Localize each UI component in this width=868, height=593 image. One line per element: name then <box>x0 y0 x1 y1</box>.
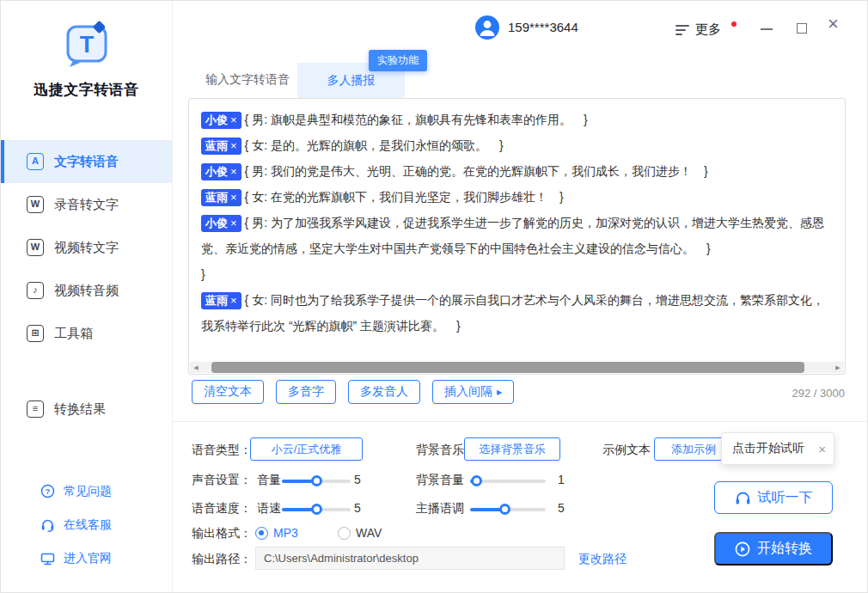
question-circle-icon: ? <box>40 484 55 498</box>
scroll-right-icon[interactable]: ▶ <box>832 362 844 373</box>
convert-button[interactable]: 开始转换 <box>714 532 833 565</box>
remove-speaker-icon[interactable]: × <box>230 113 237 126</box>
button-label: 开始转换 <box>757 540 812 558</box>
dialogue-entry: 小俊×{ 男: 为了加强我系学风建设，促进我系学生进一步了解党的历史，加深对党的… <box>201 210 833 261</box>
remove-speaker-icon[interactable]: × <box>230 139 237 152</box>
change-path-link[interactable]: 更改路径 <box>578 552 627 567</box>
clear-text-button[interactable]: 清空文本 <box>192 380 264 404</box>
polyphonic-button[interactable]: 多音字 <box>276 380 336 404</box>
text-to-speech-icon: A <box>27 153 44 170</box>
sidebar-item-video-to-audio[interactable]: ♪ 视频转音频 <box>1 269 172 312</box>
sidebar-item-text-to-speech[interactable]: A 文字转语音 <box>1 140 172 183</box>
output-path-label: 输出路径： <box>192 552 252 567</box>
tab-text-to-speech[interactable]: 输入文字转语音 <box>205 72 290 88</box>
horizontal-scrollbar[interactable]: ◀ ▶ <box>190 362 844 373</box>
results-icon: ≡ <box>27 400 44 418</box>
speed-section-label: 语音速度： <box>192 501 252 517</box>
slider-knob[interactable] <box>311 504 322 515</box>
dialogue-text: { 男: 我们的党是伟大、光明、正确的党。在党的光辉旗帜下，我们成长，我们进步！… <box>245 164 708 178</box>
speaker-tag: 小俊× <box>201 215 241 232</box>
dialogue-text: { 女: 同时也为了给我系学子提供一个的展示自我口才艺术与个人风采的舞台，增进思… <box>201 293 824 333</box>
logo-icon: T <box>62 20 112 70</box>
insert-gap-button[interactable]: 插入间隔▶ <box>432 380 514 404</box>
char-counter: 292 / 3000 <box>792 387 845 400</box>
slider-knob[interactable] <box>471 475 482 486</box>
user-avatar[interactable] <box>475 15 499 40</box>
audio-to-text-icon: W <box>27 196 44 213</box>
tooltip-text: 点击开始试听 <box>732 441 804 456</box>
sidebar-item-label: 常见问题 <box>64 484 112 499</box>
close-button[interactable]: × <box>828 15 839 34</box>
bgm-select-button[interactable]: 选择背景音乐 <box>464 437 560 461</box>
remove-speaker-icon[interactable]: × <box>230 294 237 307</box>
tone-slider[interactable] <box>470 508 546 511</box>
volume-slider[interactable] <box>282 480 351 483</box>
video-to-text-icon: W <box>27 239 44 256</box>
sidebar-item-label: 转换结果 <box>54 401 106 418</box>
speaker-name: 小俊 <box>205 217 228 229</box>
output-path-field[interactable]: C:\Users\Administrator\desktop <box>255 547 565 570</box>
speaker-tag: 蓝雨× <box>201 189 241 206</box>
mp3-label[interactable]: MP3 <box>273 526 298 540</box>
slider-knob[interactable] <box>499 504 510 515</box>
sidebar-item-audio-to-text[interactable]: W 录音转文字 <box>1 183 172 226</box>
headphones-icon <box>735 491 751 505</box>
volume-label: 音量 <box>257 473 281 488</box>
listen-tooltip: 点击开始试听 × <box>721 432 834 465</box>
sidebar-item-label: 视频转音频 <box>54 283 119 299</box>
remove-speaker-icon[interactable]: × <box>230 217 237 229</box>
sidebar-menu: A 文字转语音 W 录音转文字 W 视频转文字 ♪ 视频转音频 ⊞ 工具箱 ≡ … <box>1 140 172 431</box>
more-menu-label: 更多 <box>695 21 721 38</box>
voice-type-button[interactable]: 小云/正式优雅 <box>250 437 363 461</box>
bg-volume-slider[interactable] <box>470 480 546 483</box>
remove-speaker-icon[interactable]: × <box>230 165 237 178</box>
speaker-name: 小俊 <box>205 113 228 126</box>
sound-settings-label: 声音设置： <box>192 473 252 488</box>
multi-voice-button[interactable]: 多发音人 <box>348 380 420 404</box>
speed-slider[interactable] <box>282 508 351 511</box>
minimize-button[interactable] <box>761 28 773 30</box>
sidebar-item-faq[interactable]: ? 常见问题 <box>1 474 172 508</box>
dialogue-text: { 男: 为了加强我系学风建设，促进我系学生进一步了解党的历史，加深对党的认识，… <box>201 216 824 255</box>
button-label: 清空文本 <box>204 384 252 400</box>
headset-icon <box>40 518 55 532</box>
scrollbar-thumb[interactable] <box>211 362 804 373</box>
more-menu-icon <box>675 22 689 38</box>
speed-label: 语速 <box>257 501 281 517</box>
speaker-tag: 小俊× <box>201 112 241 129</box>
submenu-arrow-icon: ▶ <box>497 388 502 396</box>
preview-button[interactable]: 试听一下 <box>714 481 833 514</box>
sidebar-item-toolbox[interactable]: ⊞ 工具箱 <box>1 312 172 355</box>
sidebar-item-results[interactable]: ≡ 转换结果 <box>1 388 172 431</box>
tone-label: 主播语调 <box>416 501 464 517</box>
video-to-audio-icon: ♪ <box>27 282 44 299</box>
tooltip-close-icon[interactable]: × <box>818 442 826 456</box>
sidebar-footer: ? 常见问题 在线客服 进入官网 <box>1 474 172 575</box>
sample-text-label: 示例文本 <box>602 443 651 458</box>
mp3-radio[interactable] <box>255 527 268 540</box>
dialogue-entry: 小俊×{ 男: 旗帜是典型和模范的象征，旗帜具有先锋和表率的作用。 } <box>201 107 833 132</box>
sidebar-item-video-to-text[interactable]: W 视频转文字 <box>1 226 172 269</box>
button-label: 插入间隔 <box>444 384 492 400</box>
wav-radio[interactable] <box>338 527 351 540</box>
dialogue-entry: 蓝雨×{ 女: 在党的光辉旗帜下，我们目光坚定，我们脚步雄壮！ } <box>201 184 833 210</box>
output-format-label: 输出格式： <box>192 526 252 541</box>
maximize-button[interactable] <box>797 23 807 34</box>
remove-speaker-icon[interactable]: × <box>230 191 237 204</box>
voice-type-label: 语音类型： <box>192 443 252 458</box>
speaker-tag: 蓝雨× <box>201 138 241 155</box>
speaker-name: 蓝雨 <box>205 139 228 152</box>
sidebar-item-support[interactable]: 在线客服 <box>1 508 172 541</box>
account-number[interactable]: 159****3644 <box>508 20 578 34</box>
bgm-label: 背景音乐 <box>416 443 464 458</box>
slider-knob[interactable] <box>311 475 322 486</box>
dialogue-text: { 男: 旗帜是典型和模范的象征，旗帜具有先锋和表率的作用。 } <box>245 113 588 126</box>
dialogue-editor[interactable]: 小俊×{ 男: 旗帜是典型和模范的象征，旗帜具有先锋和表率的作用。 } 蓝雨×{… <box>188 98 846 375</box>
more-menu[interactable]: 更多 <box>675 21 721 38</box>
scroll-left-icon[interactable]: ◀ <box>190 362 202 373</box>
play-circle-icon <box>735 541 750 557</box>
wav-label[interactable]: WAV <box>356 526 382 540</box>
sidebar-item-website[interactable]: 进入官网 <box>1 541 172 575</box>
sidebar-item-label: 录音转文字 <box>54 197 119 213</box>
dialogue-text: { 女: 是的。光辉的旗帜，是我们永恒的颂歌。 } <box>245 138 504 152</box>
